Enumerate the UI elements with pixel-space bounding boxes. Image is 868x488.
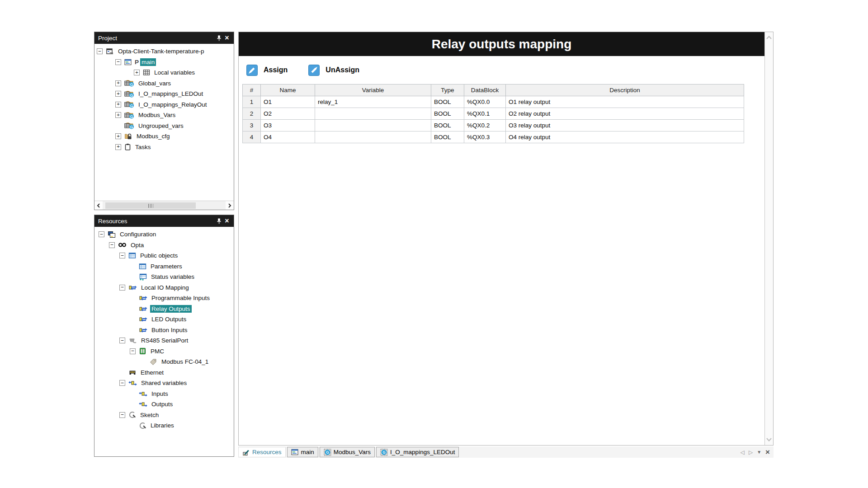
collapse-icon[interactable]: −: [97, 48, 103, 54]
cell-variable[interactable]: [315, 108, 431, 120]
scroll-down-icon[interactable]: [765, 438, 773, 441]
assign-button[interactable]: Assign: [246, 65, 288, 76]
tree-item-led-outputs[interactable]: LED Outputs: [94, 314, 234, 325]
tab-i-o-mappings-ledout[interactable]: GI_O_mappings_LEDOut: [376, 447, 459, 457]
cell-datablock[interactable]: %QX0.1: [464, 108, 506, 120]
tree-item-inputs[interactable]: Inputs: [94, 389, 234, 399]
project-icon: [106, 48, 114, 55]
tree-item-parameters[interactable]: Parameters: [94, 261, 234, 272]
cell-description[interactable]: O4 relay output: [506, 131, 744, 143]
expand-icon[interactable]: +: [115, 133, 121, 139]
cell-type[interactable]: BOOL: [431, 120, 464, 131]
collapse-icon[interactable]: −: [119, 285, 125, 291]
tree-item-label: Local IO Mapping: [140, 284, 190, 291]
cell-datablock[interactable]: %QX0.0: [464, 96, 506, 108]
cell-variable[interactable]: [315, 131, 431, 143]
tree-item-relay-outputs[interactable]: Relay Outputs: [94, 304, 234, 314]
cell-description[interactable]: O1 relay output: [506, 96, 744, 108]
tree-item-modbus-fc-04-1[interactable]: Modbus FC-04_1: [94, 357, 234, 367]
tree-item-modbus-vars[interactable]: +GModbus_Vars: [94, 110, 234, 121]
expand-icon[interactable]: +: [115, 112, 121, 118]
io-mapping-icon: [139, 305, 147, 312]
tree-item-label: Modbus_cfg: [135, 132, 171, 140]
io-mapping-icon: [128, 284, 137, 291]
expand-icon[interactable]: +: [115, 144, 121, 150]
collapse-icon[interactable]: −: [130, 348, 136, 354]
tab-main[interactable]: main: [287, 447, 318, 457]
cell-description[interactable]: O3 relay output: [506, 120, 744, 131]
tab-nav-right-icon[interactable]: ▷: [749, 450, 753, 455]
row-number-cell[interactable]: 3: [243, 120, 261, 131]
scroll-thumb[interactable]: [105, 202, 196, 209]
project-hscrollbar[interactable]: [94, 201, 234, 210]
cell-datablock[interactable]: %QX0.3: [464, 131, 506, 143]
expand-icon[interactable]: +: [115, 80, 121, 86]
scroll-left-icon[interactable]: [94, 201, 103, 210]
tree-item-libraries[interactable]: Libraries: [94, 420, 234, 431]
tree-item-sketch[interactable]: −Sketch: [94, 410, 234, 421]
tree-item-tasks[interactable]: +Tasks: [94, 142, 234, 153]
tree-item-label: Ethernet: [139, 369, 165, 376]
collapse-icon[interactable]: −: [115, 59, 121, 65]
collapse-icon[interactable]: −: [109, 242, 115, 248]
tree-item-local-io-mapping[interactable]: −Local IO Mapping: [94, 282, 234, 293]
tree-item-rs485-serialport[interactable]: −RS485 SerialPort: [94, 335, 234, 346]
unassign-button[interactable]: UnAssign: [308, 65, 359, 76]
cell-name[interactable]: O2: [261, 108, 315, 120]
tab-close-icon[interactable]: ×: [765, 448, 770, 456]
row-number-cell[interactable]: 2: [243, 108, 261, 120]
cell-variable[interactable]: [315, 120, 431, 131]
tab-nav-dropdown-icon[interactable]: ▼: [757, 450, 761, 455]
tree-item-public-objects[interactable]: −Public objects: [94, 250, 234, 261]
tree-item-ungrouped-vars[interactable]: GUngrouped_vars: [94, 121, 234, 131]
pin-icon[interactable]: [215, 34, 223, 42]
expand-icon[interactable]: +: [115, 102, 121, 108]
cell-name[interactable]: O1: [261, 96, 315, 108]
tab-nav-left-icon[interactable]: ◁: [741, 450, 745, 455]
cell-type[interactable]: BOOL: [431, 108, 464, 120]
vertical-scrollbar[interactable]: [764, 32, 773, 445]
expand-icon[interactable]: +: [134, 70, 140, 75]
expand-icon[interactable]: +: [115, 91, 121, 97]
scroll-right-icon[interactable]: [226, 201, 234, 210]
close-icon[interactable]: ×: [223, 34, 231, 42]
close-icon[interactable]: ×: [223, 217, 231, 225]
collapse-icon[interactable]: −: [119, 380, 125, 386]
collapse-icon[interactable]: −: [119, 412, 125, 418]
tab-modbus-vars[interactable]: GModbus_Vars: [320, 447, 375, 457]
tree-item-configuration[interactable]: −Configuration: [94, 229, 234, 240]
tree-item-ethernet[interactable]: Ethernet: [94, 367, 234, 378]
cell-name[interactable]: O3: [261, 120, 315, 131]
column-header-variable: Variable: [315, 84, 431, 96]
tree-item-button-inputs[interactable]: Button Inputs: [94, 325, 234, 336]
tree-item-pmc[interactable]: −PMC: [94, 346, 234, 357]
row-number-cell[interactable]: 1: [243, 96, 261, 108]
tree-item-local-variables[interactable]: +Local variables: [94, 67, 234, 78]
cell-name[interactable]: O4: [261, 131, 315, 143]
scroll-up-icon[interactable]: [765, 36, 773, 39]
cell-description[interactable]: O2 relay output: [506, 108, 744, 120]
tree-item-global-vars[interactable]: +GGlobal_vars: [94, 78, 234, 89]
collapse-icon[interactable]: −: [119, 253, 125, 258]
tree-item-opta-client-tank-temperature-p[interactable]: −Opta-Client-Tank-temperature-p: [94, 46, 234, 57]
shared-vars-icon: [139, 401, 147, 408]
tree-item-shared-variables[interactable]: −Shared variables: [94, 378, 234, 389]
collapse-icon[interactable]: −: [99, 231, 104, 237]
tree-item-label: Modbus FC-04_1: [160, 358, 210, 366]
cell-variable[interactable]: relay_1: [315, 96, 431, 108]
collapse-icon[interactable]: −: [119, 338, 125, 343]
tree-item-i-o-mappings-ledout[interactable]: +GI_O_mappings_LEDOut: [94, 89, 234, 99]
cell-type[interactable]: BOOL: [431, 131, 464, 143]
tree-item-status-variables[interactable]: Status variables: [94, 272, 234, 282]
tree-item-main[interactable]: −Pmain: [94, 57, 234, 68]
cell-datablock[interactable]: %QX0.2: [464, 120, 506, 131]
cell-type[interactable]: BOOL: [431, 96, 464, 108]
tree-item-programmable-inputs[interactable]: Programmable Inputs: [94, 293, 234, 304]
row-number-cell[interactable]: 4: [243, 131, 261, 143]
tree-item-i-o-mappings-relayout[interactable]: +GI_O_mappings_RelayOut: [94, 99, 234, 110]
tree-item-outputs[interactable]: Outputs: [94, 399, 234, 410]
tree-item-modbus-cfg[interactable]: +Modbus_cfg: [94, 131, 234, 142]
pin-icon[interactable]: [215, 217, 223, 225]
tab-resources[interactable]: Resources: [238, 447, 286, 457]
tree-item-opta[interactable]: −Opta: [94, 240, 234, 251]
